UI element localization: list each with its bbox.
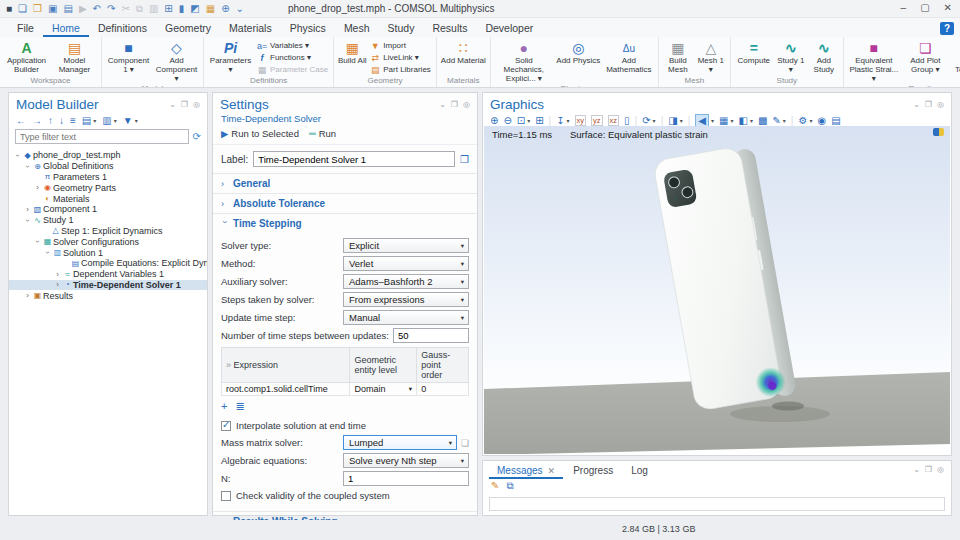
select-icon[interactable]: ◩ <box>190 3 199 14</box>
filter-menu-icon[interactable]: ▼ <box>123 115 133 126</box>
section-absolute-tolerance[interactable]: ›Absolute Tolerance <box>213 193 477 213</box>
filter-input[interactable] <box>15 129 189 144</box>
menu-geometry[interactable]: Geometry <box>156 19 220 37</box>
entity-level-select[interactable]: Domain▾ <box>354 384 412 394</box>
minimize-button[interactable]: – <box>901 2 907 13</box>
check-validity-checkbox[interactable] <box>221 491 231 501</box>
menu-mesh[interactable]: Mesh <box>335 19 379 37</box>
tree-item-materials[interactable]: ◐Materials <box>9 193 207 204</box>
pin-icon[interactable]: ◎ <box>463 100 470 109</box>
zoom-selected-icon[interactable]: ⊡ <box>517 115 525 126</box>
add-study-button[interactable]: ∿ Add Study <box>808 39 840 76</box>
tab-log[interactable]: Log <box>623 463 656 479</box>
show-layers-icon[interactable]: ▦ <box>719 115 728 126</box>
maximize-button[interactable]: ▢ <box>920 2 929 13</box>
back-icon[interactable]: ← <box>16 115 26 126</box>
result-templates-button[interactable]: ▤ Result Templates <box>950 39 960 84</box>
delete-icon[interactable]: ▮ <box>179 3 185 14</box>
preview-icon[interactable]: ▤ <box>63 3 72 14</box>
pin-icon[interactable]: ◎ <box>937 100 944 109</box>
collapse-all-icon[interactable]: ≡ <box>70 115 76 126</box>
highlight-icon[interactable]: ▦ <box>206 3 215 14</box>
snapshot-icon[interactable]: ◉ <box>817 115 826 126</box>
nsteps-input[interactable] <box>393 328 469 343</box>
tab-messages[interactable]: Messages✕ <box>489 463 563 479</box>
close-button[interactable]: ✕ <box>944 2 952 13</box>
qat-overflow-icon[interactable]: ⌄ <box>236 3 244 14</box>
parameters-button[interactable]: Pi Parameters ▾ <box>207 39 254 76</box>
import-button[interactable]: ▼ Import <box>370 41 431 51</box>
add-mathematics-button[interactable]: Δu Add Mathematics <box>603 39 655 84</box>
zoom-out-icon[interactable]: ⊖ <box>503 115 511 126</box>
open-icon[interactable]: ❐ <box>33 3 42 14</box>
print-icon[interactable]: ▤ <box>831 115 840 126</box>
chevron-down-icon[interactable]: ⌄ <box>439 100 446 109</box>
go-to-default-view-icon[interactable]: ↧ <box>556 115 564 126</box>
forward-icon[interactable]: → <box>32 115 42 126</box>
float-panel-icon[interactable]: ❐ <box>925 100 932 109</box>
refresh-icon[interactable]: ⟳ <box>193 131 201 142</box>
add-material-button[interactable]: ∷ Add Material <box>440 39 487 76</box>
run-button[interactable]: ═Run <box>309 128 336 139</box>
table-options-icon[interactable]: ≣ <box>235 400 244 413</box>
pin-icon[interactable]: ◎ <box>193 100 200 109</box>
part-libraries-button[interactable]: ▤ Part Libraries <box>370 65 431 75</box>
steps-taken-select[interactable]: From expressions▾ <box>343 292 469 307</box>
menu-materials[interactable]: Materials <box>220 19 281 37</box>
tree-item-solution-1[interactable]: ›▥Solution 1 <box>9 247 207 258</box>
add-plot-group-button[interactable]: ❏ Add Plot Group ▾ <box>902 39 949 84</box>
chevron-down-icon[interactable]: ⌄ <box>913 100 920 109</box>
auxiliary-solver-select[interactable]: Adams–Bashforth 2▾ <box>343 274 469 289</box>
move-down-icon[interactable]: ↓ <box>59 115 64 126</box>
interpolate-checkbox[interactable] <box>221 421 231 431</box>
section-general[interactable]: ›General <box>213 173 477 193</box>
new-file-icon[interactable]: ❏ <box>18 3 27 14</box>
float-panel-icon[interactable]: ❐ <box>925 465 932 474</box>
zoom-extents-icon[interactable]: ⊞ <box>535 115 543 126</box>
tree-item-parameters[interactable]: πParameters 1 <box>9 172 207 183</box>
interpolate-checkbox-row[interactable]: Interpolate solution at end time <box>221 420 469 431</box>
variables-button[interactable]: a= Variables ▾ <box>257 41 328 51</box>
method-select[interactable]: Verlet▾ <box>343 256 469 271</box>
menu-file[interactable]: File <box>8 19 43 37</box>
view-xy-icon[interactable]: xy <box>575 115 587 126</box>
menu-results[interactable]: Results <box>423 19 476 37</box>
tree-item-root[interactable]: ›◆phone_drop_test.mph <box>9 150 207 161</box>
study-1-button[interactable]: ∿ Study 1 ▾ <box>775 39 807 76</box>
label-action-icon[interactable]: ❐ <box>460 154 469 165</box>
menu-home[interactable]: Home <box>43 19 89 37</box>
n-input[interactable] <box>343 471 469 486</box>
move-up-icon[interactable]: ↑ <box>48 115 53 126</box>
check-validity-checkbox-row[interactable]: Check validity of the coupled system <box>221 490 469 501</box>
move-header-icon[interactable]: » <box>226 360 231 370</box>
help-button[interactable]: ? <box>940 22 954 35</box>
compute-button[interactable]: = Compute <box>734 39 774 76</box>
build-all-button[interactable]: ▦ Build All <box>337 39 367 76</box>
tab-progress[interactable]: Progress <box>565 463 621 479</box>
menu-definitions[interactable]: Definitions <box>89 19 156 37</box>
annotations-icon[interactable]: ✎ <box>772 115 780 126</box>
color-theme-icon[interactable]: ◧ <box>739 115 748 126</box>
run-to-selected-button[interactable]: ▶Run to Selected <box>221 128 299 139</box>
chevron-down-icon[interactable]: ⌄ <box>169 100 176 109</box>
update-time-step-select[interactable]: Manual▾ <box>343 310 469 325</box>
undo-icon[interactable]: ↶ <box>93 3 101 14</box>
tree-item-dependent-variables[interactable]: ›≈Dependent Variables 1 <box>9 269 207 280</box>
scene-light-icon[interactable]: ◨ <box>668 115 677 126</box>
tree-item-time-dependent-solver[interactable]: ›◔Time-Dependent Solver 1 <box>9 280 207 291</box>
mesh-1-button[interactable]: △ Mesh 1 ▾ <box>695 39 727 76</box>
settings-icon[interactable]: ⚙ <box>798 115 807 126</box>
tree-item-geometry-parts[interactable]: ›◉Geometry Parts <box>9 182 207 193</box>
application-builder-button[interactable]: A Application Builder <box>3 39 50 76</box>
tree-item-solver-configurations[interactable]: ›▦Solver Configurations <box>9 236 207 247</box>
tree-item-results[interactable]: ›▣Results <box>9 290 207 301</box>
close-tab-icon[interactable]: ✕ <box>548 466 556 476</box>
view-yz-icon[interactable]: yz <box>591 115 603 126</box>
chevron-down-icon[interactable]: ⌄ <box>913 465 920 474</box>
add-physics-button[interactable]: ◎ Add Physics <box>555 39 602 84</box>
menu-study[interactable]: Study <box>379 19 424 37</box>
equivalent-plastic-strain-button[interactable]: ■ Equivalent Plastic Strai... ▾ <box>847 39 901 84</box>
build-mesh-button[interactable]: ▦ Build Mesh <box>662 39 694 76</box>
float-panel-icon[interactable]: ❐ <box>181 100 188 109</box>
section-time-stepping[interactable]: ›Time Stepping <box>213 213 477 233</box>
